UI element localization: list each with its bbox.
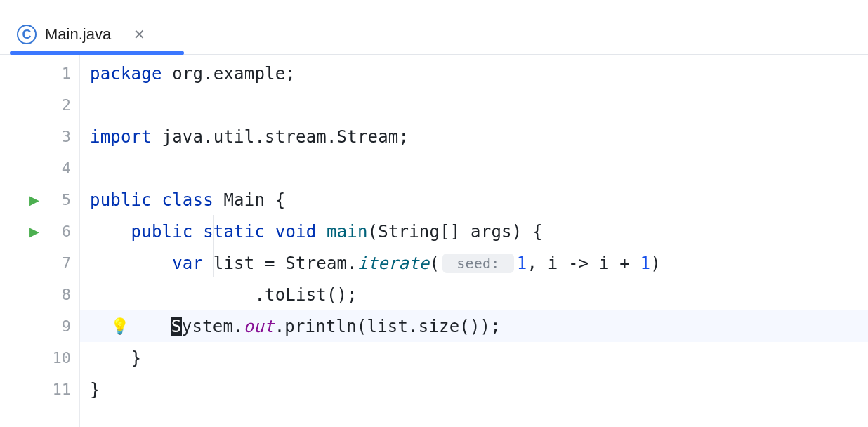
method-name: main [327,222,368,242]
code-text: .toList(); [254,285,357,305]
keyword: import [90,127,152,147]
code-text: } [90,380,100,400]
line-number: 10 [50,349,71,367]
code-text: org.example; [162,64,296,84]
code-text: ystem. [182,317,244,336]
intention-bulb-icon[interactable]: 💡 [110,317,129,335]
static-method: iterate [357,254,430,273]
number-literal: 1 [640,254,651,273]
gutter: 1 2 3 4 ▶5 ▶6 7 8 9 10 11 [0,55,80,427]
run-icon[interactable]: ▶ [26,224,43,239]
code-text: java.util.stream.Stream; [152,127,409,147]
keyword: public [131,222,193,242]
class-name: Main [223,190,265,210]
line-number: 11 [50,381,71,398]
line-number: 6 [50,223,71,240]
run-icon[interactable]: ▶ [26,192,43,208]
code-line[interactable]: public static void main(String[] args) { [80,216,868,247]
line-number: 7 [50,254,71,272]
code-text: , i -> i + [527,254,640,273]
tab-filename: Main.java [45,25,111,44]
line-number: 8 [50,286,71,303]
number-literal: 1 [517,254,527,273]
keyword: void [275,222,317,242]
static-field: out [244,317,275,336]
code-text: ( [429,254,440,273]
parameter-hint: seed: [442,254,514,273]
code-text: list = Stream. [203,254,357,273]
code-line[interactable] [80,152,868,184]
keyword: class [162,190,213,210]
editor-tab[interactable]: C Main.java ✕ [10,18,157,54]
code-text: { [265,190,285,210]
keyword: static [203,222,265,242]
line-number: 9 [50,317,71,335]
line-number: 4 [50,159,71,177]
code-line[interactable]: .toList(); [80,279,868,310]
indent-guide [213,215,214,277]
code-line[interactable] [80,89,868,121]
code-line[interactable]: } [80,374,868,405]
code-text: .println(list.size()); [275,317,501,336]
keyword: var [172,254,203,273]
code-text: (String[] args) { [368,222,543,242]
line-number: 5 [50,191,71,209]
code-area[interactable]: package org.example; import java.util.st… [80,55,868,427]
line-number: 1 [50,65,71,82]
keyword: package [90,64,162,84]
code-line[interactable]: import java.util.stream.Stream; [80,121,868,152]
code-editor[interactable]: 1 2 3 4 ▶5 ▶6 7 8 9 10 11 package org.ex… [0,55,868,427]
code-text: } [131,348,142,368]
keyword: public [90,190,152,210]
line-number: 3 [50,128,71,145]
line-number: 2 [50,96,71,114]
code-line[interactable]: } [80,342,868,374]
caret: S [171,317,182,336]
java-class-icon: C [17,25,37,44]
code-line[interactable]: public class Main { [80,184,868,216]
indent-guide [254,247,254,308]
close-icon[interactable]: ✕ [133,26,145,43]
code-line-current[interactable]: 💡 System.out.println(list.size()); [80,310,868,342]
code-line[interactable]: package org.example; [80,58,868,89]
code-text: ) [650,254,661,273]
editor-tab-bar: C Main.java ✕ [0,0,868,55]
code-line[interactable]: var list = Stream.iterate( seed: 1, i ->… [80,247,868,279]
